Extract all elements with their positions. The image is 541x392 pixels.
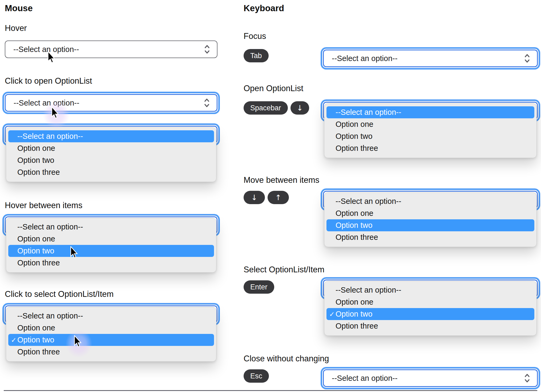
arrow-down-icon: ↓ (297, 104, 303, 112)
select-focus-focused[interactable]: --Select an option-- (323, 50, 538, 67)
option-item[interactable]: --Select an option-- (326, 284, 534, 296)
option-item[interactable]: --Select an option-- (326, 195, 534, 207)
option-list: --Select an option-- Option one Option t… (324, 103, 537, 158)
bottom-cutoff-divider (4, 390, 537, 391)
check-icon: ✓ (329, 310, 335, 318)
section-label-click-open: Click to open OptionList (5, 76, 92, 86)
option-item[interactable]: Option one (326, 296, 534, 308)
key-spacebar: Spacebar (244, 101, 288, 115)
section-label-hover-items: Hover between items (5, 201, 82, 210)
mouse-cursor-icon (74, 335, 82, 348)
option-item[interactable]: --Select an option-- (326, 106, 534, 118)
key-esc: Esc (244, 369, 269, 383)
section-label-open-optionlist: Open OptionList (244, 84, 303, 93)
option-item-label: Option two (17, 336, 54, 344)
select-chevron-icon (524, 373, 530, 383)
select-hover-closed[interactable]: --Select an option-- (5, 41, 217, 58)
select-close-focused[interactable]: --Select an option-- (323, 369, 538, 387)
key-arrow-down: ↓ (290, 101, 309, 115)
key-arrow-up: ↑ (268, 191, 289, 204)
mouse-cursor-icon (47, 51, 56, 64)
option-item[interactable]: Option three (326, 320, 534, 332)
select-chevron-icon (524, 54, 530, 63)
option-list: --Select an option-- Option one ✓ Option… (6, 307, 216, 362)
option-item[interactable]: Option one (8, 233, 214, 245)
option-item[interactable]: Option one (8, 322, 214, 334)
option-list: --Select an option-- Option one Option t… (6, 218, 216, 273)
key-arrow-down: ↓ (244, 191, 265, 204)
arrow-down-icon: ↓ (251, 193, 257, 202)
section-label-hover: Hover (5, 23, 27, 33)
option-item[interactable]: Option three (8, 346, 214, 358)
section-label-close: Close without changing (244, 354, 329, 363)
section-label-focus: Focus (244, 31, 266, 41)
arrow-up-icon: ↑ (275, 193, 281, 202)
option-list: --Select an option-- Option one Option t… (6, 127, 216, 182)
option-item-selected[interactable]: ✓ Option two (326, 308, 534, 320)
mouse-column-title: Mouse (5, 3, 33, 13)
option-item[interactable]: --Select an option-- (8, 130, 214, 142)
page: Mouse Hover --Select an option-- Click t… (0, 0, 541, 392)
mouse-cursor-icon (70, 246, 78, 259)
option-list: --Select an option-- Option one Option t… (324, 192, 537, 247)
mouse-cursor-icon (51, 107, 59, 119)
select-value: --Select an option-- (324, 54, 398, 63)
option-item[interactable]: Option two (8, 154, 214, 166)
check-icon: ✓ (11, 336, 17, 344)
option-item-selected[interactable]: ✓ Option two (8, 334, 214, 346)
option-item[interactable]: Option three (8, 166, 214, 178)
option-item[interactable]: --Select an option-- (8, 310, 214, 322)
section-label-select-item: Select OptionList/Item (244, 265, 324, 274)
select-value: --Select an option-- (324, 374, 398, 383)
option-item-label: Option two (336, 310, 373, 318)
select-value: --Select an option-- (5, 45, 79, 54)
option-item[interactable]: Option one (326, 118, 534, 130)
keyboard-column-title: Keyboard (244, 3, 284, 13)
select-click-open-focused[interactable]: --Select an option-- (5, 94, 217, 112)
option-list: --Select an option-- Option one ✓ Option… (324, 281, 537, 336)
select-chevron-icon (204, 45, 210, 54)
option-item[interactable]: Option one (8, 142, 214, 154)
key-tab: Tab (244, 49, 269, 62)
section-label-move-items: Move between items (244, 175, 319, 185)
option-item[interactable]: Option three (326, 142, 534, 154)
select-value: --Select an option-- (6, 99, 79, 107)
option-item[interactable]: Option three (326, 231, 534, 243)
option-item[interactable]: Option three (8, 257, 214, 269)
option-item[interactable]: Option one (326, 207, 534, 219)
option-item-active[interactable]: Option two (326, 219, 534, 231)
option-item[interactable]: --Select an option-- (8, 221, 214, 233)
select-chevron-icon (204, 98, 210, 108)
option-item-hovered[interactable]: Option two (8, 245, 214, 257)
section-label-click-select: Click to select OptionList/Item (5, 289, 114, 299)
option-item[interactable]: Option two (326, 130, 534, 142)
key-enter: Enter (244, 280, 274, 294)
